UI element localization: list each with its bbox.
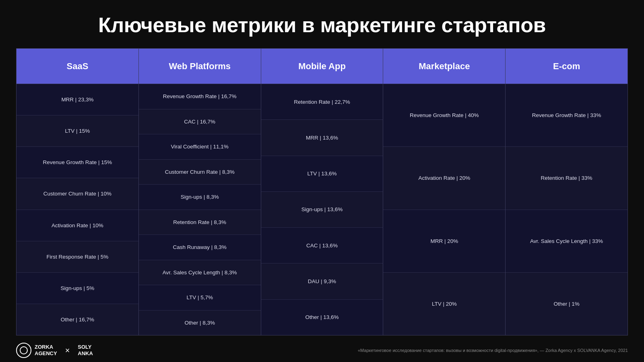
- metric-row: Sign-ups | 8,3%: [139, 185, 261, 210]
- metric-row: DAU | 9,3%: [261, 263, 383, 299]
- metric-row: CAC | 16,7%: [139, 109, 261, 135]
- metric-row: Avr. Sales Cycle Length | 33%: [506, 210, 627, 273]
- col-body-1: Revenue Growth Rate | 16,7%CAC | 16,7%Vi…: [139, 84, 261, 335]
- metric-row: CAC | 13,6%: [261, 228, 383, 263]
- metric-row: Customer Churn Rate | 8,3%: [139, 160, 261, 185]
- zorka-logo: ZORKAAGENCY: [16, 343, 57, 358]
- col-body-3: Revenue Growth Rate | 40%Activation Rate…: [383, 84, 505, 335]
- metric-row: Activation Rate | 20%: [383, 147, 505, 210]
- column-web-platforms: Web PlatformsRevenue Growth Rate | 16,7%…: [139, 49, 261, 335]
- metric-row: Retention Rate | 8,3%: [139, 210, 261, 235]
- zorka-circle-icon: [16, 343, 31, 358]
- col-header-3: Marketplace: [383, 49, 505, 84]
- metric-row: Cash Runaway | 8,3%: [139, 235, 261, 260]
- column-mobile-app: Mobile AppRetention Rate | 22,7%MRR | 13…: [261, 49, 384, 335]
- metric-row: Other | 1%: [506, 273, 627, 335]
- metric-row: First Response Rate | 5%: [17, 241, 138, 273]
- metric-row: MRR | 13,6%: [261, 120, 383, 156]
- metric-row: Sign-ups | 5%: [17, 273, 138, 304]
- zorka-label: ZORKAAGENCY: [35, 344, 57, 356]
- footer: ZORKAAGENCY × SOLYANKA «Маркетинговое ис…: [16, 337, 628, 362]
- col-body-4: Revenue Growth Rate | 33%Retention Rate …: [506, 84, 627, 335]
- metric-row: LTV | 20%: [383, 273, 505, 335]
- metric-row: Retention Rate | 33%: [506, 147, 627, 210]
- metric-row: Customer Churn Rate | 10%: [17, 178, 138, 210]
- metric-row: Other | 13,6%: [261, 300, 383, 335]
- metric-row: LTV | 13,6%: [261, 156, 383, 192]
- metric-row: Sign-ups | 13,6%: [261, 192, 383, 228]
- column-e-com: E-comRevenue Growth Rate | 33%Retention …: [506, 49, 627, 335]
- zorka-inner-circle: [20, 346, 28, 354]
- metric-row: Retention Rate | 22,7%: [261, 84, 383, 120]
- solvanka-label: SOLYANKA: [78, 344, 93, 356]
- metric-row: Other | 16,7%: [17, 304, 138, 335]
- footer-logo: ZORKAAGENCY × SOLYANKA: [16, 343, 93, 358]
- footer-note: «Маркетинговое исследование стартапов: в…: [358, 348, 628, 353]
- metric-row: LTV | 15%: [17, 115, 138, 147]
- metric-row: Other | 8,3%: [139, 311, 261, 335]
- col-header-2: Mobile App: [261, 49, 383, 84]
- metric-row: Revenue Growth Rate | 40%: [383, 84, 505, 147]
- metric-row: Avr. Sales Cycle Length | 8,3%: [139, 260, 261, 286]
- column-saas: SaaSMRR | 23,3%LTV | 15%Revenue Growth R…: [17, 49, 139, 335]
- page-wrapper: Ключевые метрики в маркетинге стартапов …: [0, 0, 644, 362]
- col-header-4: E-com: [506, 49, 627, 84]
- col-header-0: SaaS: [17, 49, 138, 84]
- col-body-0: MRR | 23,3%LTV | 15%Revenue Growth Rate …: [17, 84, 138, 335]
- x-divider: ×: [65, 346, 70, 355]
- metrics-table: SaaSMRR | 23,3%LTV | 15%Revenue Growth R…: [16, 48, 628, 335]
- metric-row: Revenue Growth Rate | 16,7%: [139, 84, 261, 109]
- metric-row: Revenue Growth Rate | 33%: [506, 84, 627, 147]
- metric-row: LTV | 5,7%: [139, 285, 261, 311]
- col-body-2: Retention Rate | 22,7%MRR | 13,6%LTV | 1…: [261, 84, 383, 335]
- page-title: Ключевые метрики в маркетинге стартапов: [98, 13, 546, 37]
- metric-row: Viral Coefficient | 11,1%: [139, 134, 261, 160]
- column-marketplace: MarketplaceRevenue Growth Rate | 40%Acti…: [383, 49, 506, 335]
- metric-row: Revenue Growth Rate | 15%: [17, 147, 138, 178]
- metric-row: MRR | 20%: [383, 210, 505, 273]
- metric-row: MRR | 23,3%: [17, 84, 138, 115]
- metric-row: Activation Rate | 10%: [17, 210, 138, 241]
- col-header-1: Web Platforms: [139, 49, 261, 84]
